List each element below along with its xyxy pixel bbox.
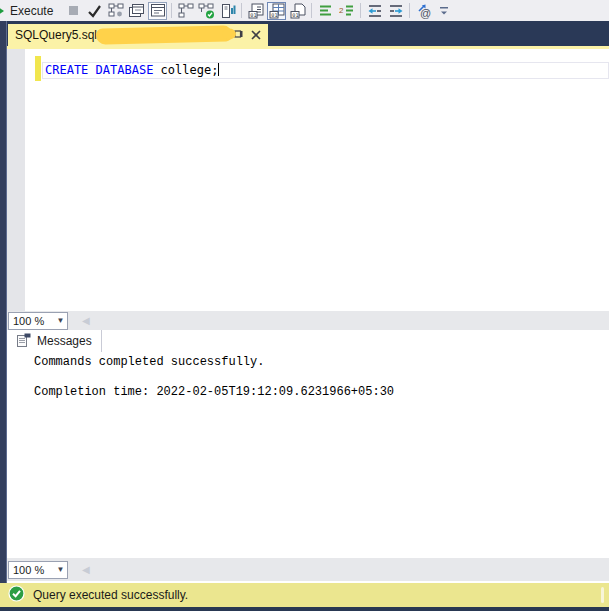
close-icon[interactable] <box>251 26 261 44</box>
toolbar-overflow-icon[interactable] <box>435 2 454 20</box>
status-bar: Query executed successfully. <box>0 583 609 607</box>
messages-zoom-value: 100 % <box>9 564 54 576</box>
results-to-text-icon[interactable]: 01 <box>246 2 265 20</box>
window-bottom-border <box>0 607 609 611</box>
messages-tab-label: Messages <box>37 334 92 348</box>
tab-messages[interactable]: Messages <box>8 330 102 352</box>
hscroll-left-arrow-icon[interactable]: ◀ <box>82 564 90 575</box>
sql-keyword: CREATE DATABASE <box>45 63 153 77</box>
indent-icon[interactable] <box>386 2 405 20</box>
estimated-plan-icon[interactable] <box>106 2 125 20</box>
messages-icon <box>17 333 31 350</box>
actual-execution-plan-icon[interactable] <box>176 2 195 20</box>
code-line[interactable]: CREATE DATABASE college; <box>45 63 219 78</box>
toolbar-separator <box>171 3 172 18</box>
resize-grip[interactable] <box>601 587 604 603</box>
template-parameters-icon[interactable]: @ <box>414 2 433 20</box>
editor-zoom-row: 100 % ▼ ◀ <box>6 311 609 330</box>
execute-play-icon[interactable] <box>0 5 4 17</box>
toolbar-separator <box>360 3 361 18</box>
document-tab-strip: SQLQuery5.sql - <box>0 21 609 46</box>
sql-code-rest: college; <box>153 63 218 77</box>
message-line: Commands completed successfully. <box>34 355 264 369</box>
editor-indicator-margin <box>7 49 25 311</box>
messages-zoom-row: 100 % ▼ ◀ <box>6 558 609 581</box>
tab-sqlquery5[interactable]: SQLQuery5.sql - <box>8 24 268 46</box>
results-to-file-icon[interactable]: 01 <box>288 2 307 20</box>
comment-icon[interactable] <box>316 2 335 20</box>
stop-icon <box>64 2 83 20</box>
status-text: Query executed successfully. <box>33 588 188 602</box>
intellisense-icon[interactable] <box>148 2 167 20</box>
client-statistics-icon[interactable] <box>218 2 237 20</box>
outdent-icon[interactable] <box>365 2 384 20</box>
text-caret <box>218 63 219 76</box>
svg-text:01: 01 <box>292 11 298 17</box>
query-options-icon[interactable] <box>127 2 146 20</box>
redaction-scribble <box>96 25 232 44</box>
tab-title: SQLQuery5.sql - <box>15 28 108 42</box>
execute-button[interactable]: Execute <box>10 4 53 18</box>
editor-zoom-value: 100 % <box>9 315 54 327</box>
query-toolbar: Execute <box>0 0 609 21</box>
editor-zoom-dropdown[interactable]: 100 % ▼ <box>8 312 68 330</box>
track-changes-bar <box>35 56 41 81</box>
hscroll-left-arrow-icon[interactable]: ◀ <box>82 315 90 326</box>
svg-text:2: 2 <box>339 6 344 15</box>
message-line: Completion time: 2022-02-05T19:12:09.623… <box>34 385 394 399</box>
toolbar-separator <box>241 3 242 18</box>
toolbar-separator <box>409 3 410 18</box>
results-to-grid-icon[interactable]: 01 <box>267 2 286 20</box>
parse-check-icon[interactable] <box>85 2 104 20</box>
live-query-statistics-icon[interactable] <box>197 2 216 20</box>
uncomment-icon[interactable]: 2 <box>337 2 356 20</box>
messages-zoom-dropdown[interactable]: 100 % ▼ <box>8 561 68 579</box>
success-check-icon <box>8 585 25 606</box>
svg-text:01: 01 <box>250 11 256 17</box>
window-left-border <box>0 21 7 583</box>
sql-editor[interactable] <box>0 49 609 311</box>
chevron-down-icon: ▼ <box>54 316 67 325</box>
toolbar-separator <box>311 3 312 18</box>
svg-text:01: 01 <box>271 11 277 17</box>
chevron-down-icon: ▼ <box>54 565 67 574</box>
